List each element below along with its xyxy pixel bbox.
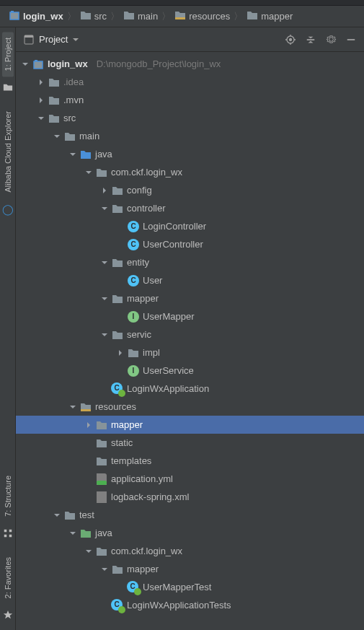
chevron-down-icon[interactable] — [36, 113, 46, 123]
tree-label: UserService — [143, 365, 194, 376]
project-tree[interactable]: login_wxD:\mongodb_Project\login_wx.idea… — [16, 52, 364, 630]
folder-icon — [63, 509, 76, 522]
tree-row[interactable]: templates — [16, 452, 364, 470]
tree-row[interactable]: CLoginController — [16, 217, 364, 235]
tree-row[interactable]: resources — [16, 398, 364, 416]
breadcrumb-item[interactable]: mapper — [247, 10, 293, 22]
svg-rect-5 — [9, 529, 12, 532]
tree-label: java — [95, 528, 112, 538]
tree-row[interactable]: entity — [16, 253, 364, 271]
chevron-down-icon[interactable] — [99, 330, 110, 340]
tree-row[interactable]: mapper — [16, 289, 364, 307]
package-icon — [111, 563, 124, 576]
tree-row[interactable]: CUserController — [16, 235, 364, 253]
chevron-down-icon[interactable] — [68, 149, 78, 159]
gear-icon[interactable] — [322, 31, 339, 48]
tree-row[interactable]: test — [16, 506, 364, 524]
tree-label: com.ckf.login_wx — [111, 546, 182, 556]
breadcrumb-item[interactable]: main — [123, 10, 158, 22]
locate-icon[interactable] — [282, 31, 299, 48]
tree-label: entity — [127, 257, 149, 268]
tree-row[interactable]: impl — [16, 344, 364, 362]
project-view-selector[interactable]: Project — [23, 34, 79, 45]
folder-icon — [123, 10, 135, 22]
tree-row[interactable]: controller — [16, 199, 364, 217]
spring-class-icon: C — [127, 581, 140, 594]
package-icon — [95, 545, 108, 558]
chevron-down-icon[interactable] — [84, 167, 94, 178]
tree-row[interactable]: CLoginWxApplication — [16, 380, 364, 398]
project-panel: Project login_wxD:\mongodb_Project\login… — [16, 27, 364, 630]
tree-row[interactable]: main — [16, 127, 364, 145]
tree-row[interactable]: IUserService — [16, 362, 364, 380]
tree-row[interactable]: servic — [16, 325, 364, 344]
top-stub — [0, 0, 364, 6]
tree-row[interactable]: java — [16, 524, 364, 542]
tree-row[interactable]: static — [16, 434, 364, 452]
tool-window-dockbar: 1: Project Alibaba Cloud Explorer ◯ 7: S… — [0, 27, 16, 630]
chevron-down-icon — [72, 36, 79, 43]
svg-rect-15 — [35, 60, 37, 61]
breadcrumb-item[interactable]: login_wx — [9, 9, 63, 23]
tree-row[interactable]: .idea — [16, 73, 364, 91]
tree-row[interactable]: login_wxD:\mongodb_Project\login_wx — [16, 55, 364, 73]
chevron-down-icon[interactable] — [99, 564, 110, 574]
tree-row[interactable]: mapper — [16, 416, 364, 434]
chevron-right-icon[interactable] — [84, 420, 94, 430]
tree-label: UserMapperTest — [143, 582, 211, 592]
chevron-down-icon[interactable] — [52, 131, 62, 141]
dock-tab-alibaba[interactable]: Alibaba Cloud Explorer — [2, 105, 14, 198]
spring-class-icon: C — [111, 382, 124, 395]
structure-icon[interactable] — [1, 527, 14, 540]
tree-row[interactable]: com.ckf.login_wx — [16, 163, 364, 181]
chevron-down-icon[interactable] — [68, 528, 78, 538]
tree-label: LoginController — [143, 221, 206, 232]
dock-tab-structure[interactable]: 7: Structure — [2, 470, 14, 522]
chevron-right-icon: 〉 — [160, 10, 172, 23]
resources-folder-icon — [174, 10, 186, 22]
tree-label: test — [79, 509, 94, 520]
dock-tab-project[interactable]: 1: Project — [2, 32, 14, 76]
tree-label: application.yml — [111, 473, 173, 484]
chevron-down-icon[interactable] — [68, 402, 78, 412]
tree-row[interactable]: CLoginWxApplicationTests — [16, 596, 364, 614]
tree-row[interactable]: CUserMapperTest — [16, 578, 364, 596]
tree-row[interactable]: .mvn — [16, 91, 364, 109]
tree-row[interactable]: src — [16, 109, 364, 127]
dock-tab-favorites[interactable]: 2: Favorites — [2, 551, 14, 604]
breadcrumb-item[interactable]: resources — [174, 10, 230, 22]
tree-row[interactable]: com.ckf.login_wx — [16, 542, 364, 560]
chevron-down-icon[interactable] — [99, 204, 110, 214]
folder-icon — [48, 112, 61, 125]
chevron-right-icon[interactable] — [115, 348, 125, 358]
tree-row[interactable]: config — [16, 181, 364, 199]
tree-row[interactable]: CUser — [16, 271, 364, 289]
chevron-right-icon[interactable] — [99, 185, 110, 196]
chevron-down-icon[interactable] — [99, 258, 110, 268]
tree-row[interactable]: logback-spring.xml — [16, 488, 364, 506]
breadcrumb-item[interactable]: src — [80, 10, 107, 22]
chevron-down-icon[interactable] — [84, 546, 94, 556]
chevron-down-icon[interactable] — [52, 510, 62, 520]
tree-row[interactable]: mapper — [16, 560, 364, 578]
package-icon — [127, 346, 140, 359]
project-view-label: Project — [39, 34, 68, 45]
tree-label: com.ckf.login_wx — [111, 167, 182, 178]
chevron-right-icon[interactable] — [36, 95, 46, 105]
star-icon[interactable] — [1, 608, 14, 621]
tree-label: config — [127, 185, 152, 196]
folder-icon[interactable] — [1, 81, 14, 94]
chevron-right-icon: 〉 — [66, 10, 78, 23]
tree-row[interactable]: java — [16, 145, 364, 163]
tree-label: java — [95, 149, 112, 159]
source-folder-icon — [79, 148, 92, 161]
hide-icon[interactable] — [342, 31, 360, 48]
chevron-down-icon[interactable] — [99, 294, 110, 304]
alibaba-icon[interactable]: ◯ — [1, 203, 14, 216]
chevron-right-icon[interactable] — [36, 77, 46, 87]
tree-row[interactable]: application.yml — [16, 470, 364, 488]
collapse-all-icon[interactable] — [302, 31, 319, 48]
svg-rect-2 — [11, 11, 14, 12]
chevron-down-icon[interactable] — [20, 59, 30, 69]
tree-row[interactable]: IUserMapper — [16, 307, 364, 325]
